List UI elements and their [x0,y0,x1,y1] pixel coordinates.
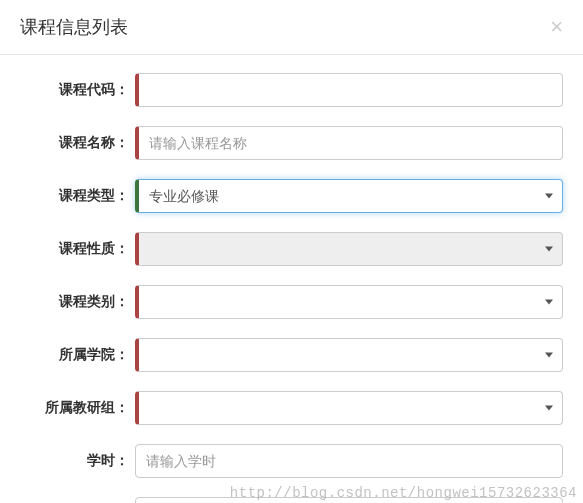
row-course-type: 课程类型： 专业必修课 [20,179,563,213]
wrap-course-category [135,285,563,319]
label-course-code: 课程代码： [20,81,135,99]
form-area: 课程代码： 课程名称： 课程类型： 专业必修课 课程性质： 课程类别： [0,55,583,503]
row-teaching-group: 所属教研组： [20,391,563,425]
row-course-category: 课程类别： [20,285,563,319]
watermark-text: http://blog.csdn.net/hongwei15732623364 [230,485,577,501]
row-course-code: 课程代码： [20,73,563,107]
wrap-college [135,338,563,372]
row-course-nature: 课程性质： [20,232,563,266]
label-credit-hours: 学时： [20,452,135,470]
row-course-name: 课程名称： [20,126,563,160]
label-course-nature: 课程性质： [20,240,135,258]
wrap-course-name [135,126,563,160]
label-college: 所属学院： [20,346,135,364]
wrap-teaching-group [135,391,563,425]
select-course-category[interactable] [135,285,563,319]
label-teaching-group: 所属教研组： [20,399,135,417]
input-course-code[interactable] [135,73,563,107]
wrap-credit-hours [135,444,563,478]
select-college[interactable] [135,338,563,372]
wrap-course-type: 专业必修课 [135,179,563,213]
row-credit-hours: 学时： [20,444,563,478]
label-course-category: 课程类别： [20,293,135,311]
select-teaching-group[interactable] [135,391,563,425]
select-course-type[interactable]: 专业必修课 [135,179,563,213]
label-course-name: 课程名称： [20,134,135,152]
modal-title: 课程信息列表 [20,15,128,39]
close-icon[interactable]: × [550,16,563,38]
input-credit-hours[interactable] [135,444,563,478]
wrap-course-nature [135,232,563,266]
label-course-type: 课程类型： [20,187,135,205]
select-course-nature[interactable] [135,232,563,266]
row-college: 所属学院： [20,338,563,372]
input-course-name[interactable] [135,126,563,160]
wrap-course-code [135,73,563,107]
modal-header: 课程信息列表 × [0,0,583,55]
